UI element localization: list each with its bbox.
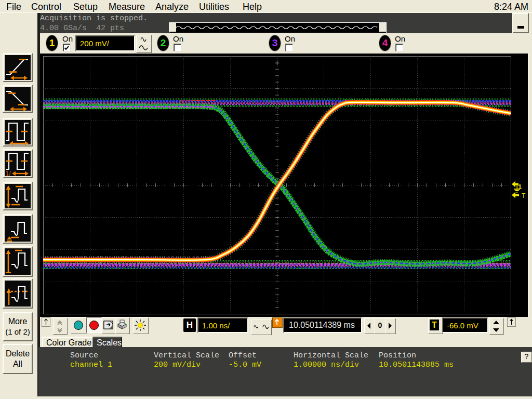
svg-text:T: T bbox=[522, 192, 526, 200]
svg-text:1/: 1/ bbox=[5, 170, 11, 177]
